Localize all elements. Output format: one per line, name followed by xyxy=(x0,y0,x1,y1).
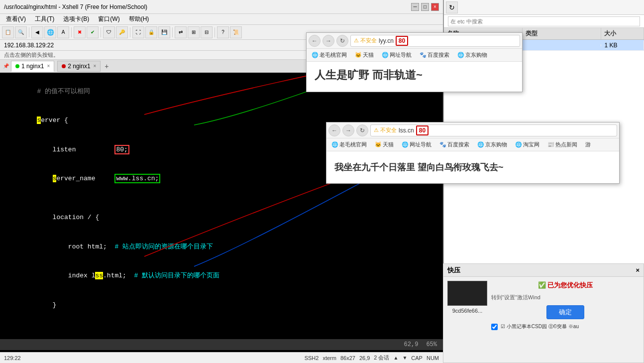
fm-col-size: 大小 xyxy=(601,28,644,39)
browser-url-bar-1[interactable]: ⚠ 不安全 lyy.cn 80 xyxy=(350,35,520,47)
qz-preview-section: 9cd56fe66... xyxy=(447,281,487,314)
status-cols: 86x27 xyxy=(340,355,355,361)
green-button[interactable]: ✔ xyxy=(87,26,99,38)
qz-checkbox[interactable] xyxy=(491,324,498,330)
db-button[interactable]: 💾 xyxy=(158,26,170,38)
port-badge-1: 80 xyxy=(396,36,408,46)
browser-back-btn-2[interactable]: ← xyxy=(328,124,340,136)
scroll-up-arrow[interactable]: ▲ xyxy=(394,355,399,361)
browser-popup-lss: ← → ↻ ⚠ 不安全 lss.cn 80 🌐 老毛桃官网 🐱 天猫 🌐 网址导… xyxy=(326,122,620,184)
menu-view[interactable]: 查看(V) xyxy=(2,14,30,24)
bookmark-tmall[interactable]: 🐱 天猫 xyxy=(353,50,376,60)
browser-bookmarks-1: 🌐 老毛桃官网 🐱 天猫 🌐 网址导航 🐾 百度搜索 🌐 京东购物 xyxy=(307,49,522,62)
expand-button[interactable]: ⛶ xyxy=(132,26,144,38)
browser-refresh-btn-1[interactable]: ↻ xyxy=(336,35,348,47)
fm-search-input[interactable] xyxy=(448,16,640,26)
status-time: 129:22 xyxy=(4,355,21,361)
toolbar-sep2 xyxy=(71,27,72,37)
bm2-news[interactable]: 📰 热点新闻 xyxy=(545,140,579,149)
lock-button[interactable]: 🔒 xyxy=(145,26,157,38)
menu-tools[interactable]: 工具(T) xyxy=(31,14,58,24)
back-button[interactable]: ◀ xyxy=(31,26,43,38)
help-button[interactable]: ? xyxy=(217,26,229,38)
port-badge-2: 80 xyxy=(416,125,429,135)
url-text-2: lss.cn xyxy=(399,127,414,134)
terminal-content[interactable]: # 的值不可以相同 server { listen 80; server_nam… xyxy=(0,73,443,352)
cursor-pos: 62,9 xyxy=(404,341,419,348)
stop-button[interactable]: ✖ xyxy=(74,26,86,38)
status-cursor: 26,9 xyxy=(359,355,370,361)
bookmark-jd[interactable]: 🌐 京东购物 xyxy=(455,50,489,60)
qz-ok-button[interactable]: 确定 xyxy=(546,305,584,319)
bookmark-baidu[interactable]: 🐾 百度搜索 xyxy=(418,50,451,60)
browser-url-bar-2[interactable]: ⚠ 不安全 lss.cn 80 xyxy=(370,124,617,136)
qz-titlebar: 快压 × xyxy=(443,264,644,277)
qz-check-icon: ✅ xyxy=(538,281,548,289)
font-button[interactable]: A xyxy=(57,26,69,38)
status-right: SSH2 xterm 86x27 26,9 2 会话 ▲ ▼ CAP NUM xyxy=(305,354,439,362)
fm-search-bar xyxy=(444,15,644,28)
tab-nginx1[interactable]: 1 nginx1 × xyxy=(11,61,54,72)
transfer-button[interactable]: ⇄ xyxy=(175,26,187,38)
browser-back-btn-1[interactable]: ← xyxy=(309,35,321,47)
url-text-1: lyy.cn xyxy=(379,37,394,44)
tab-close-1[interactable]: × xyxy=(47,63,50,69)
new-session-button[interactable]: 📋 xyxy=(2,26,14,38)
search-button[interactable]: 🔍 xyxy=(15,26,27,38)
bookmark-wangzhi[interactable]: 🌐 网址导航 xyxy=(380,50,414,60)
bm2-taobao[interactable]: 🌐 淘宝网 xyxy=(513,140,541,149)
toolbar-sep5 xyxy=(172,27,173,37)
tab-nginx2[interactable]: 2 nginx1 × xyxy=(57,61,101,72)
tab-add-button[interactable]: + xyxy=(102,61,111,71)
pin-icon: 📌 xyxy=(2,62,10,70)
status-xterm: xterm xyxy=(322,355,336,361)
qz-notice-text: ✅ 已为您优化快压 xyxy=(491,281,640,290)
globe-button[interactable]: 🌐 xyxy=(44,26,56,38)
status-ssh: SSH2 xyxy=(305,355,319,361)
code-line-7: root html; # 站点即访问的资源在哪个目录下 xyxy=(6,232,437,261)
browser-popup-lyy: ← → ↻ ⚠ 不安全 lyy.cn 80 🌐 老毛桃官网 🐱 天猫 🌐 网址导… xyxy=(306,32,523,92)
qz-filename: 9cd56fe66... xyxy=(452,308,483,314)
bookmark-laomao[interactable]: 🌐 老毛桃官网 xyxy=(310,50,349,60)
scroll-down-arrow[interactable]: ▼ xyxy=(402,355,407,361)
status-left: 129:22 xyxy=(4,355,21,361)
shield-button[interactable]: 🛡 xyxy=(103,26,115,38)
bm2-wangzhi[interactable]: 🌐 网址导航 xyxy=(400,140,433,149)
tab-close-2[interactable]: × xyxy=(94,63,97,69)
terminal-statusline: 62,9 65% xyxy=(0,339,443,350)
script-button[interactable]: 📜 xyxy=(230,26,242,38)
window-button[interactable]: ⊞ xyxy=(188,26,200,38)
bm2-jd[interactable]: 🌐 京东购物 xyxy=(475,140,509,149)
browser-forward-btn-2[interactable]: → xyxy=(342,124,354,136)
browser-toolbar-2: ← → ↻ ⚠ 不安全 lss.cn 80 xyxy=(326,122,619,138)
maximize-button[interactable]: □ xyxy=(421,3,429,11)
status-cap: CAP xyxy=(411,355,423,361)
key-button[interactable]: 🔑 xyxy=(116,26,128,38)
fm-cell-size: 1 KB xyxy=(601,41,644,50)
scroll-percent: 65% xyxy=(426,341,437,348)
split-button[interactable]: ⊟ xyxy=(201,26,213,38)
toolbar-sep4 xyxy=(130,27,130,37)
menu-help[interactable]: 帮助(H) xyxy=(125,14,153,24)
bm2-more[interactable]: 游 xyxy=(583,140,593,149)
bm2-tmall[interactable]: 🐱 天猫 xyxy=(373,140,396,149)
win-controls: ─ □ × xyxy=(411,3,439,11)
fm-cell-type xyxy=(523,44,601,46)
minimize-button[interactable]: ─ xyxy=(411,3,419,11)
code-line-8: index lss.html; # 默认访问目录下的哪个页面 xyxy=(6,261,437,291)
menu-tabs[interactable]: 选项卡(B) xyxy=(59,14,93,24)
qz-preview-image xyxy=(447,281,487,306)
bm2-baidu[interactable]: 🐾 百度搜索 xyxy=(437,140,471,149)
browser-refresh-btn-2[interactable]: ↻ xyxy=(356,124,368,136)
close-button[interactable]: × xyxy=(431,3,439,11)
bm2-laomao[interactable]: 🌐 老毛桃官网 xyxy=(329,140,369,149)
toolbar-sep1 xyxy=(29,27,29,37)
status-sessions: 2 会话 xyxy=(374,354,389,362)
menu-window[interactable]: 窗口(W) xyxy=(94,14,123,24)
menubar: 查看(V) 工具(T) 选项卡(B) 窗口(W) 帮助(H) xyxy=(0,14,443,25)
qz-close[interactable]: × xyxy=(636,266,640,274)
browser-toolbar-1: ← → ↻ ⚠ 不安全 lyy.cn 80 xyxy=(307,33,522,49)
browser-forward-btn-1[interactable]: → xyxy=(322,35,334,47)
browser-bookmarks-2: 🌐 老毛桃官网 🐱 天猫 🌐 网址导航 🐾 百度搜索 🌐 京东购物 🌐 淘宝网 … xyxy=(326,138,619,151)
fm-refresh-button[interactable]: ↻ xyxy=(446,1,458,13)
